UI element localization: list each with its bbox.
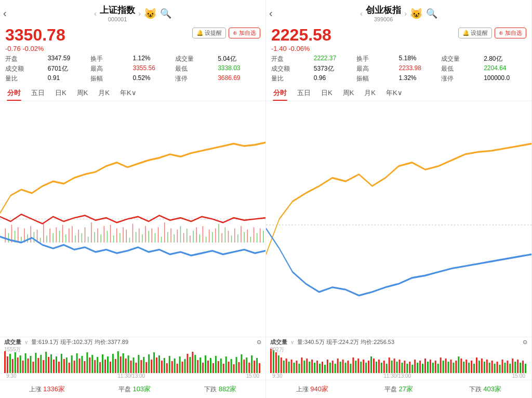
svg-rect-119 [94, 360, 96, 373]
svg-rect-157 [192, 352, 193, 373]
svg-rect-164 [210, 358, 211, 373]
svg-rect-260 [460, 359, 462, 373]
right-tab-yuek[interactable]: 月K [359, 85, 381, 101]
right-back-btn[interactable]: ‹ [269, 7, 273, 19]
svg-rect-221 [360, 362, 362, 373]
right-tab-rik[interactable]: 日K [316, 85, 338, 101]
right-volume-label[interactable]: 成交量 [270, 338, 287, 346]
left-tab-yuek[interactable]: 月K [93, 85, 115, 101]
svg-rect-257 [453, 363, 454, 373]
svg-rect-272 [491, 361, 493, 373]
svg-rect-118 [91, 355, 93, 373]
svg-rect-194 [291, 360, 292, 373]
right-time-axis: 9:30 11:30/13:00 15:00 [270, 373, 527, 379]
svg-rect-283 [520, 363, 521, 373]
svg-rect-191 [283, 361, 285, 373]
left-tab-zhouk[interactable]: 周K [72, 85, 94, 101]
svg-rect-234 [394, 359, 395, 373]
right-breadth-up: 上涨 940家 [296, 384, 328, 394]
left-prev-btn[interactable]: ‹ [94, 9, 97, 18]
left-search-icon[interactable]: 🔍 [160, 8, 171, 19]
left-price-change: -0.76 -0.02% [5, 45, 65, 52]
svg-rect-152 [179, 356, 181, 373]
svg-rect-271 [489, 363, 490, 373]
left-breadth-up: 上涨 1336家 [29, 384, 65, 394]
right-tab-zhouk[interactable]: 周K [338, 85, 360, 101]
svg-rect-124 [107, 356, 109, 373]
svg-rect-162 [205, 355, 206, 373]
svg-rect-219 [355, 361, 356, 373]
left-tab-wuri[interactable]: 五日 [26, 85, 50, 101]
left-volume-label[interactable]: 成交量 [4, 338, 21, 346]
right-tab-fenshi[interactable]: 分时 [268, 85, 292, 101]
left-chart-area[interactable]: 3382.02 0.91% 3321.06 -0.91% [0, 101, 265, 337]
svg-rect-177 [243, 360, 245, 373]
left-favorite-btn[interactable]: ⊕ 加自选 [229, 28, 260, 38]
svg-rect-231 [386, 364, 388, 373]
left-breadth-down: 下跌 882家 [204, 384, 236, 394]
svg-rect-144 [158, 355, 160, 373]
left-settings-btn[interactable]: ⊙ [257, 339, 261, 346]
right-tab-bar: 分时 五日 日K 周K 月K 年K∨ [266, 85, 531, 101]
right-tab-niank[interactable]: 年K∨ [381, 85, 408, 101]
svg-rect-166 [215, 356, 217, 373]
svg-rect-99 [43, 360, 44, 373]
right-prev-btn[interactable]: ‹ [360, 9, 363, 18]
svg-rect-84 [4, 351, 6, 373]
right-search-icon[interactable]: 🔍 [426, 8, 437, 19]
svg-rect-117 [89, 357, 90, 373]
svg-rect-113 [79, 359, 81, 373]
svg-rect-222 [363, 360, 364, 373]
left-back-btn[interactable]: ‹ [3, 7, 7, 19]
svg-rect-94 [30, 356, 32, 373]
svg-rect-161 [202, 363, 204, 373]
left-volume-detail: 量:619.1万 现手:102.3万 均价:3377.89 [31, 338, 128, 346]
svg-rect-213 [340, 362, 341, 373]
right-next-btn[interactable]: › [404, 9, 407, 18]
svg-rect-189 [278, 355, 280, 373]
svg-rect-251 [437, 364, 439, 373]
svg-rect-126 [112, 354, 114, 373]
left-index-code: 000001 [108, 16, 127, 22]
svg-rect-223 [365, 363, 367, 373]
left-tab-rik[interactable]: 日K [50, 85, 72, 101]
svg-rect-156 [189, 357, 191, 373]
svg-rect-226 [373, 359, 375, 373]
svg-rect-98 [40, 355, 42, 373]
left-next-btn[interactable]: › [138, 9, 141, 18]
svg-rect-88 [15, 352, 16, 373]
svg-rect-235 [396, 362, 398, 373]
left-time-axis: 9:30 11:30/13:00 15:00 [4, 373, 261, 379]
right-tab-wuri[interactable]: 五日 [292, 85, 316, 101]
svg-rect-171 [228, 362, 230, 373]
svg-rect-206 [322, 362, 323, 373]
svg-rect-205 [319, 364, 321, 373]
left-tab-fenshi[interactable]: 分时 [2, 85, 26, 101]
svg-rect-199 [303, 361, 305, 373]
right-favorite-btn[interactable]: ⊕ 加自选 [495, 28, 526, 38]
right-price-change: -1.40 -0.06% [271, 45, 331, 52]
svg-rect-220 [357, 359, 359, 373]
svg-rect-280 [512, 359, 513, 373]
svg-rect-137 [140, 360, 142, 373]
right-chart-area[interactable]: 2259.81 1.47% 2194.15 -1.47% [266, 101, 531, 337]
left-nav: ‹ ‹ 上证指数 000001 › 😺 🔍 [0, 0, 265, 23]
svg-rect-147 [166, 363, 168, 373]
svg-rect-91 [22, 361, 24, 373]
right-settings-btn[interactable]: ⊙ [523, 339, 527, 346]
right-emoji-icon[interactable]: 😺 [410, 7, 423, 20]
left-emoji-icon[interactable]: 😺 [144, 7, 157, 20]
svg-rect-172 [231, 359, 232, 373]
svg-rect-109 [69, 363, 70, 373]
left-tab-niank[interactable]: 年K∨ [115, 85, 142, 101]
svg-rect-210 [332, 361, 334, 373]
left-remind-btn[interactable]: 🔔 设提醒 [192, 28, 226, 38]
svg-rect-96 [35, 353, 36, 373]
svg-rect-256 [450, 360, 452, 373]
svg-rect-120 [97, 357, 98, 373]
svg-rect-262 [466, 360, 467, 373]
svg-rect-193 [288, 362, 290, 373]
svg-rect-216 [348, 361, 349, 373]
right-remind-btn[interactable]: 🔔 设提醒 [458, 28, 492, 38]
svg-rect-285 [525, 364, 526, 373]
